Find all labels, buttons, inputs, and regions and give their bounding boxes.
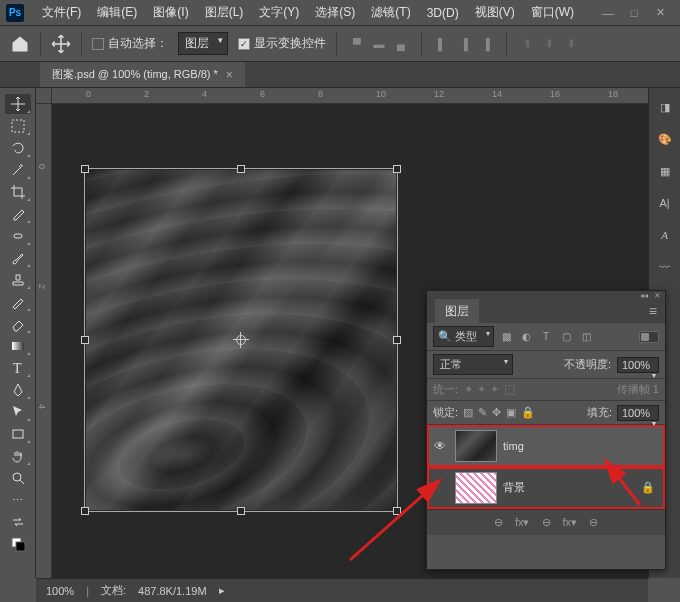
color-panel-icon[interactable]: 🎨: [656, 130, 674, 148]
gradient-tool[interactable]: [5, 336, 31, 356]
layer-visibility-icon[interactable]: 👁: [431, 439, 449, 453]
menu-layer[interactable]: 图层(L): [197, 0, 252, 25]
document-tab[interactable]: 图案.psd @ 100% (timg, RGB/8) * ×: [40, 61, 245, 87]
magic-wand-tool[interactable]: [5, 160, 31, 180]
status-more-icon[interactable]: ▸: [219, 584, 225, 597]
layer-name[interactable]: timg: [503, 440, 524, 452]
distribute-1[interactable]: ⫴: [517, 35, 537, 53]
unify-visibility-icon[interactable]: ✦: [477, 383, 486, 396]
layer-thumbnail[interactable]: [455, 472, 497, 504]
distribute-3[interactable]: ⫴: [561, 35, 581, 53]
app-logo: Ps: [6, 4, 24, 22]
eraser-tool[interactable]: [5, 314, 31, 334]
align-bottom[interactable]: ▄: [391, 35, 411, 53]
document-tab-title: 图案.psd @ 100% (timg, RGB/8) *: [52, 67, 218, 82]
layer-thumbnail[interactable]: [455, 430, 497, 462]
layer-item-background[interactable]: 背景 🔒: [427, 467, 665, 509]
rectangle-tool[interactable]: [5, 424, 31, 444]
ruler-horizontal[interactable]: 0 2 4 6 8 10 12 14 16 18: [52, 88, 648, 104]
pen-tool[interactable]: [5, 380, 31, 400]
hand-tool[interactable]: [5, 446, 31, 466]
glyphs-panel-icon[interactable]: 〰: [656, 258, 674, 276]
crop-tool[interactable]: [5, 182, 31, 202]
swatches-panel-icon[interactable]: ▦: [656, 162, 674, 180]
menu-3d[interactable]: 3D(D): [419, 2, 467, 24]
stamp-tool[interactable]: [5, 270, 31, 290]
filter-type-icon[interactable]: T: [538, 330, 554, 344]
type-tool[interactable]: T: [5, 358, 31, 378]
home-icon[interactable]: [10, 34, 30, 54]
menu-window[interactable]: 窗口(W): [523, 0, 582, 25]
propagate-checkbox[interactable]: [505, 385, 515, 395]
move-tool[interactable]: [5, 94, 31, 114]
filter-pixel-icon[interactable]: ▩: [498, 330, 514, 344]
status-doc-value[interactable]: 487.8K/1.19M: [138, 585, 207, 597]
history-panel-icon[interactable]: ◨: [656, 98, 674, 116]
align-group-2: ▌ ▐ ▐: [432, 35, 496, 53]
window-maximize[interactable]: □: [628, 7, 640, 19]
history-brush-tool[interactable]: [5, 292, 31, 312]
menu-file[interactable]: 文件(F): [34, 0, 89, 25]
distribute-2[interactable]: ⫴: [539, 35, 559, 53]
menu-edit[interactable]: 编辑(E): [89, 0, 145, 25]
lock-artboard-icon[interactable]: ▣: [506, 406, 516, 419]
ruler-vertical[interactable]: 0 2 4: [36, 104, 52, 578]
align-top[interactable]: ▀: [347, 35, 367, 53]
lock-all-icon[interactable]: 🔒: [521, 406, 535, 419]
document-tab-close[interactable]: ×: [226, 68, 233, 82]
adjustment-layer-icon[interactable]: fx▾: [563, 516, 578, 529]
auto-select-mode-dropdown[interactable]: 图层: [178, 32, 228, 55]
layers-tab[interactable]: 图层: [435, 299, 479, 324]
svg-rect-1: [14, 234, 22, 238]
foreground-background-colors[interactable]: [5, 534, 31, 554]
align-left[interactable]: ▌: [432, 35, 452, 53]
marquee-tool[interactable]: [5, 116, 31, 136]
layer-name[interactable]: 背景: [503, 480, 525, 495]
filter-smart-icon[interactable]: ◫: [578, 330, 594, 344]
color-swap-tool[interactable]: [5, 512, 31, 532]
panel-menu-icon[interactable]: ≡: [641, 303, 665, 319]
lock-transparency-icon[interactable]: ▨: [463, 406, 473, 419]
distribute-group: ⫴ ⫴ ⫴: [517, 35, 581, 53]
window-close[interactable]: ✕: [654, 7, 666, 19]
paragraph-panel-icon[interactable]: A: [656, 226, 674, 244]
menu-image[interactable]: 图像(I): [145, 0, 196, 25]
align-right[interactable]: ▐: [476, 35, 496, 53]
align-hcenter[interactable]: ▐: [454, 35, 474, 53]
align-vcenter[interactable]: ▬: [369, 35, 389, 53]
layer-item-timg[interactable]: 👁 timg: [427, 425, 665, 467]
opacity-value[interactable]: 100%: [617, 357, 659, 373]
layer-mask-icon[interactable]: ⊖: [542, 516, 551, 529]
unify-position-icon[interactable]: ✦: [464, 383, 473, 396]
menu-view[interactable]: 视图(V): [467, 0, 523, 25]
brush-tool[interactable]: [5, 248, 31, 268]
edit-toolbar[interactable]: ⋯: [5, 490, 31, 510]
layer-fx-icon[interactable]: fx▾: [515, 516, 530, 529]
new-group-icon[interactable]: ⊖: [589, 516, 598, 529]
menu-type[interactable]: 文字(Y): [251, 0, 307, 25]
path-select-tool[interactable]: [5, 402, 31, 422]
eyedropper-tool[interactable]: [5, 204, 31, 224]
show-transform-checkbox[interactable]: 显示变换控件: [238, 35, 326, 52]
link-layers-icon[interactable]: ⊖: [494, 516, 503, 529]
status-zoom[interactable]: 100%: [46, 585, 74, 597]
menu-filter[interactable]: 滤镜(T): [363, 0, 418, 25]
zoom-tool[interactable]: [5, 468, 31, 488]
healing-tool[interactable]: [5, 226, 31, 246]
blend-mode-dropdown[interactable]: 正常: [433, 354, 513, 375]
fill-value[interactable]: 100%: [617, 405, 659, 421]
filter-shape-icon[interactable]: ▢: [558, 330, 574, 344]
auto-select-checkbox[interactable]: 自动选择：: [92, 35, 168, 52]
canvas-image[interactable]: [86, 170, 396, 510]
lock-position-icon[interactable]: ✥: [492, 406, 501, 419]
filter-toggle[interactable]: [639, 331, 659, 343]
lock-pixels-icon[interactable]: ✎: [478, 406, 487, 419]
menu-select[interactable]: 选择(S): [307, 0, 363, 25]
window-minimize[interactable]: —: [602, 7, 614, 19]
character-panel-icon[interactable]: A|: [656, 194, 674, 212]
filter-adjust-icon[interactable]: ◐: [518, 330, 534, 344]
propagate-label: 传播帧 1: [617, 382, 659, 397]
unify-style-icon[interactable]: ✦: [490, 383, 499, 396]
lasso-tool[interactable]: [5, 138, 31, 158]
filter-type-dropdown[interactable]: 🔍 类型: [433, 326, 494, 347]
